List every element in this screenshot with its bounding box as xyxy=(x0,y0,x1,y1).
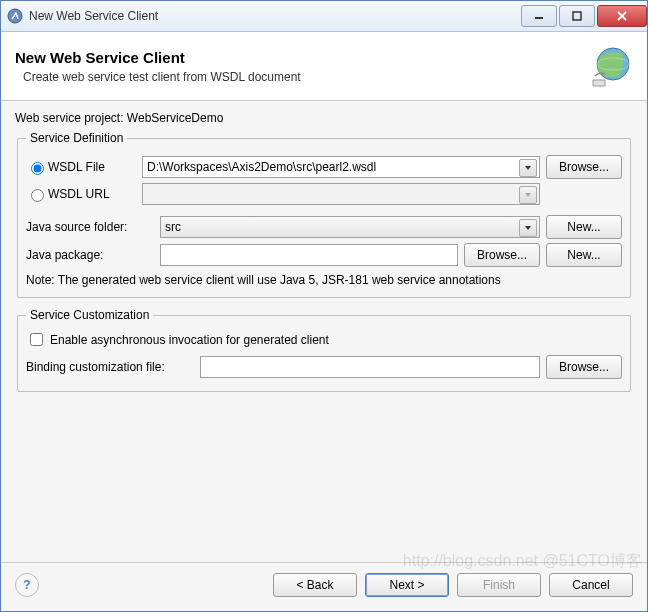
binding-file-browse-button[interactable]: Browse... xyxy=(546,355,622,379)
wsdl-file-value: D:\Workspaces\Axis2Demo\src\pearl2.wsdl xyxy=(147,160,376,174)
wsdl-url-radio[interactable] xyxy=(31,189,44,202)
window-controls xyxy=(519,5,647,27)
service-customization-group: Service Customization Enable asynchronou… xyxy=(17,308,631,392)
minimize-button[interactable] xyxy=(521,5,557,27)
globe-icon xyxy=(585,42,633,90)
wizard-footer: ? < Back Next > Finish Cancel xyxy=(1,562,647,611)
wsdl-file-radio-label[interactable]: WSDL File xyxy=(26,159,136,175)
window-title: New Web Service Client xyxy=(29,9,519,23)
enable-async-checkbox[interactable] xyxy=(30,333,43,346)
app-icon xyxy=(7,8,23,24)
service-definition-group: Service Definition WSDL File D:\Workspac… xyxy=(17,131,631,298)
dialog-window: New Web Service Client New Web Service C… xyxy=(0,0,648,612)
java-source-folder-value: src xyxy=(165,220,181,234)
maximize-button[interactable] xyxy=(559,5,595,27)
help-icon[interactable]: ? xyxy=(15,573,39,597)
back-button[interactable]: < Back xyxy=(273,573,357,597)
wizard-header: New Web Service Client Create web servic… xyxy=(1,32,647,101)
service-definition-legend: Service Definition xyxy=(26,131,127,145)
wsdl-url-label: WSDL URL xyxy=(48,187,110,201)
wsdl-file-browse-button[interactable]: Browse... xyxy=(546,155,622,179)
java-source-folder-new-button[interactable]: New... xyxy=(546,215,622,239)
java-package-new-button[interactable]: New... xyxy=(546,243,622,267)
svg-rect-2 xyxy=(573,12,581,20)
project-label: Web service project: xyxy=(15,111,124,125)
java-package-input[interactable] xyxy=(160,244,458,266)
wsdl-url-combo xyxy=(142,183,540,205)
java-source-folder-label: Java source folder: xyxy=(26,220,154,234)
java-package-label: Java package: xyxy=(26,248,154,262)
chevron-down-icon[interactable] xyxy=(519,219,537,237)
header-title: New Web Service Client xyxy=(15,49,585,66)
wsdl-file-label: WSDL File xyxy=(48,160,105,174)
project-value: WebServiceDemo xyxy=(127,111,223,125)
wsdl-file-combo[interactable]: D:\Workspaces\Axis2Demo\src\pearl2.wsdl xyxy=(142,156,540,178)
binding-file-label: Binding customization file: xyxy=(26,360,194,374)
java-package-browse-button[interactable]: Browse... xyxy=(464,243,540,267)
cancel-button[interactable]: Cancel xyxy=(549,573,633,597)
chevron-down-icon xyxy=(519,186,537,204)
next-button[interactable]: Next > xyxy=(365,573,449,597)
chevron-down-icon[interactable] xyxy=(519,159,537,177)
close-button[interactable] xyxy=(597,5,647,27)
svg-point-0 xyxy=(8,9,22,23)
wizard-content: Web service project: WebServiceDemo Serv… xyxy=(1,101,647,562)
binding-file-input[interactable] xyxy=(200,356,540,378)
header-description: Create web service test client from WSDL… xyxy=(15,70,585,84)
java-source-folder-combo[interactable]: src xyxy=(160,216,540,238)
annotations-note: Note: The generated web service client w… xyxy=(26,273,622,287)
service-customization-legend: Service Customization xyxy=(26,308,153,322)
wsdl-url-radio-label[interactable]: WSDL URL xyxy=(26,186,136,202)
project-line: Web service project: WebServiceDemo xyxy=(15,111,633,125)
titlebar[interactable]: New Web Service Client xyxy=(1,1,647,32)
wsdl-file-radio[interactable] xyxy=(31,162,44,175)
enable-async-label: Enable asynchronous invocation for gener… xyxy=(50,333,329,347)
finish-button[interactable]: Finish xyxy=(457,573,541,597)
